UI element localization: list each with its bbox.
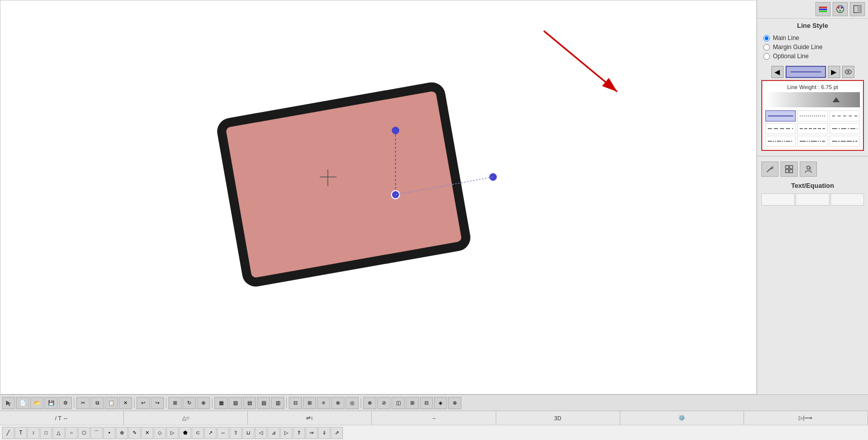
draw-circle-btn[interactable]: ○ [65,427,77,439]
mode-shape-item[interactable]: △○ [124,411,248,425]
more3-btn[interactable]: ◫ [392,397,405,409]
copy-btn[interactable]: ⧉ [91,397,104,409]
radio-main-line[interactable]: Main Line [763,34,862,42]
draw-shape12-btn[interactable]: ⇑ [293,427,305,439]
mode-arrow-item[interactable]: → [372,411,496,425]
draw-toolbar: ╱ T ↕ □ △ ○ ⬡ ⌒ • ⊕ ✎ ✕ ◇ ▷ ⬟ ⊂ ↗ ↔ ⇧ ⊔ … [0,425,868,440]
prev-style-button[interactable]: ◀ [771,66,784,78]
more4-btn[interactable]: ⊞ [406,397,419,409]
snap-btn[interactable]: ⊕ [197,397,210,409]
pattern-dashed-fine[interactable] [830,110,860,122]
draw-shape6-btn[interactable]: ↔ [217,427,229,439]
draw-shape8-btn[interactable]: ⊔ [242,427,254,439]
line-style-preview [786,66,826,78]
delete-btn[interactable]: ✕ [119,397,132,409]
weight-slider[interactable] [765,92,860,107]
more1-btn[interactable]: ⊕ [363,397,376,409]
shape-btn[interactable]: ◎ [345,397,359,409]
draw-rect-btn[interactable]: □ [40,427,52,439]
draw-shape10-btn[interactable]: ⊿ [268,427,280,439]
draw-shape2-btn[interactable]: ▷ [166,427,179,439]
mode-3d-item[interactable]: 3D [496,411,620,425]
text-eq-cell-2[interactable] [796,193,829,206]
grid-icon-btn[interactable] [780,162,798,177]
radio-margin-guide-input[interactable] [763,44,770,51]
pattern-dash-dot[interactable] [830,123,860,134]
draw-shape14-btn[interactable]: ⇓ [318,427,330,439]
pattern-dashdot3[interactable] [797,136,828,147]
draw-node-btn[interactable]: ⊕ [116,427,128,439]
more7-btn[interactable]: ⊗ [448,397,461,409]
draw-line-btn[interactable]: ╱ [2,427,14,439]
measure-btn[interactable]: ⊟ [289,397,302,409]
connect-btn[interactable]: ⊗ [331,397,344,409]
pattern-solid[interactable] [765,110,796,122]
cut-btn[interactable]: ✂ [76,397,90,409]
more6-btn[interactable]: ◈ [434,397,447,409]
chart5-btn[interactable]: ▥ [271,397,284,409]
radio-main-line-input[interactable] [763,35,770,42]
more2-btn[interactable]: ⊘ [377,397,390,409]
draw-tri-btn[interactable]: △ [53,427,65,439]
canvas-area[interactable] [0,0,757,394]
solid-line-preview [791,71,821,72]
mode-transform-item[interactable]: ⇌↕ [248,411,372,425]
settings-btn[interactable]: ⚙ [59,397,72,409]
radio-optional-line-input[interactable] [763,53,770,60]
rotate-btn[interactable]: ↻ [183,397,196,409]
chart4-btn[interactable]: ▨ [257,397,270,409]
chart1-btn[interactable]: ▦ [214,397,228,409]
draw-shape13-btn[interactable]: ⇒ [306,427,318,439]
doc-btn[interactable]: 📄 [16,397,29,409]
pattern-dashdot2[interactable] [765,136,796,147]
radio-optional-line[interactable]: Optional Line [763,53,862,60]
text-eq-cell-1[interactable] [761,193,795,206]
draw-cross-btn[interactable]: ✕ [141,427,153,439]
draw-point-btn[interactable]: • [103,427,115,439]
draw-shape9-btn[interactable]: ◁ [255,427,267,439]
draw-shape4-btn[interactable]: ⊂ [192,427,204,439]
more5-btn[interactable]: ⊟ [420,397,433,409]
text-eq-cell-3[interactable] [831,193,864,206]
select-btn[interactable] [2,397,15,409]
person-icon-btn[interactable]: 1 [800,162,817,177]
draw-poly-btn[interactable]: ⬡ [78,427,90,439]
grid-btn[interactable]: ⊞ [168,397,182,409]
draw-shape1-btn[interactable]: ◇ [154,427,166,439]
graph-btn[interactable]: ≡ [317,397,330,409]
draw-shape11-btn[interactable]: ▷ [280,427,292,439]
layers-icon-btn[interactable] [815,2,831,16]
mode-text-item[interactable]: / T ↔ [0,411,124,425]
open-btn[interactable]: 📂 [30,397,44,409]
mode-playback-item[interactable]: ▷|⟿ [744,411,868,425]
text-equation-row [757,191,868,208]
draw-shape7-btn[interactable]: ⇧ [230,427,242,439]
svg-marker-33 [6,401,11,406]
draw-free-btn[interactable]: ✎ [128,427,141,439]
pattern-dashdot4[interactable] [830,136,860,147]
draw-shape5-btn[interactable]: ↗ [204,427,216,439]
draw-arrow-btn[interactable]: ↕ [27,427,39,439]
draw-text-btn[interactable]: T [15,427,27,439]
paste-btn[interactable]: 📋 [105,397,118,409]
window-icon-btn[interactable] [850,2,865,16]
save-btn[interactable]: 💾 [45,397,58,409]
pattern-dotted[interactable] [797,110,828,122]
pattern-dash-long[interactable] [765,123,796,134]
pattern-dash-med[interactable] [797,123,828,134]
palette-icon-btn[interactable] [833,2,848,16]
draw-shape15-btn[interactable]: ⇗ [331,427,343,439]
eye-button[interactable] [842,66,854,78]
draw-shape3-btn[interactable]: ⬟ [179,427,191,439]
svg-rect-0 [221,86,467,284]
chart2-btn[interactable]: ▧ [229,397,242,409]
undo-btn[interactable]: ↩ [137,397,150,409]
draw-curve-btn[interactable]: ⌒ [91,427,103,439]
redo-btn[interactable]: ↪ [151,397,164,409]
mode-settings-item[interactable]: ⚙️ [620,411,744,425]
table-btn[interactable]: ⊞ [303,397,316,409]
radio-margin-guide[interactable]: Margin Guide Line [763,44,862,51]
chart3-btn[interactable]: ▤ [243,397,256,409]
wrench-icon-btn[interactable] [761,162,778,177]
next-style-button[interactable]: ▶ [828,66,840,78]
